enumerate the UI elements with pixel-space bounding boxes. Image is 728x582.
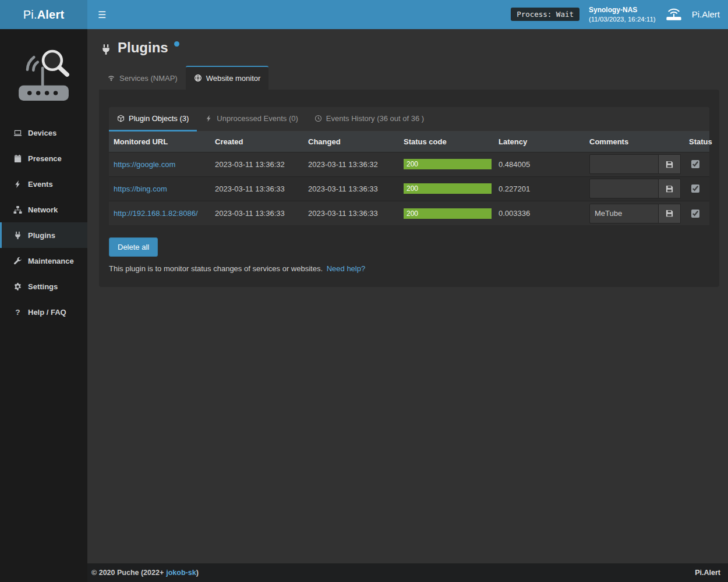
tab-label: Plugin Objects (3) [129,114,189,123]
sidebar-item-events[interactable]: Events [0,171,87,197]
topbar-app-name: Pi.Alert [692,9,720,19]
created-cell: 2023-03-11 13:36:32 [210,152,303,176]
page-title-text: Plugins [118,40,168,56]
changed-cell: 2023-03-11 13:36:33 [303,201,399,225]
plugin-tabs: Services (NMAP) Website monitor [99,66,719,90]
tab-services-nmap[interactable]: Services (NMAP) [99,66,186,90]
col-status-code: Status code [399,132,494,152]
sidebar-item-label: Settings [28,282,58,291]
router-icon [665,8,683,21]
monitored-url-link[interactable]: https://bing.com [114,184,167,193]
question-icon [13,308,22,317]
sidebar-item-settings[interactable]: Settings [0,274,87,299]
sidebar-item-network[interactable]: Network [0,197,87,222]
footer: © 2020 Puche (2022+jokob-sk) Pi.Alert [87,563,728,582]
footer-copyright: © 2020 Puche (2022+jokob-sk) [91,569,199,577]
sidebar-item-label: Maintenance [28,257,74,265]
tab-label: Services (NMAP) [119,74,178,83]
status-checkbox[interactable] [691,210,699,218]
latency-cell: 0.484005 [494,152,585,176]
topbar-right: Process: Wait Synology-NAS (11/03/2023, … [511,5,720,24]
cube-icon [117,115,125,122]
sidebar-item-presence[interactable]: Presence [0,146,87,171]
delete-all-button[interactable]: Delete all [109,237,158,257]
monitored-url-link[interactable]: https://google.com [114,160,175,169]
clock-icon [314,115,322,122]
tab-label: Website monitor [206,74,261,83]
col-monitored-url: Monitored URL [109,132,210,152]
floppy-icon [665,209,674,218]
sidebar: Devices Presence Events Network Plugins … [0,29,87,582]
comment-input[interactable] [589,154,659,174]
sidebar-item-devices[interactable]: Devices [0,120,87,146]
bolt-icon [13,180,22,189]
topbar-main: ☰ Process: Wait Synology-NAS (11/03/2023… [87,0,728,29]
latency-cell: 0.227201 [494,176,585,201]
sidebar-item-help-faq[interactable]: Help / FAQ [0,299,87,325]
created-cell: 2023-03-11 13:36:33 [210,176,303,201]
website-monitor-panel: Plugin Objects (3) Unprocessed Events (0… [99,90,719,288]
app-logo[interactable]: Pi.Alert [0,0,87,29]
comment-input[interactable] [589,204,659,223]
app-logo-prefix: Pi. [23,8,37,22]
gear-icon [13,282,22,291]
topbar: Pi.Alert ☰ Process: Wait Synology-NAS (1… [0,0,728,29]
sidebar-toggle-icon[interactable]: ☰ [92,6,112,24]
page-title: Plugins [100,40,719,56]
app-logo-bold: Alert [37,8,65,22]
need-help-link[interactable]: Need help? [327,264,366,273]
comment-group [589,154,681,174]
plugin-description-text: This plugin is to monitor status changes… [109,264,323,273]
save-comment-button[interactable] [659,154,681,174]
floppy-icon [665,160,674,169]
calendar-icon [13,154,22,163]
copyright-text: © 2020 Puche (2022+ [91,569,164,577]
bolt-icon [205,115,213,122]
footer-app-name: Pi.Alert [695,569,720,577]
plug-icon [100,44,112,55]
sidebar-item-label: Network [28,205,58,214]
sidebar-item-label: Plugins [28,231,55,240]
save-comment-button[interactable] [659,204,681,223]
jokob-sk-link[interactable]: jokob-sk [166,569,196,577]
title-help-icon[interactable] [174,41,179,47]
col-comments: Comments [585,132,681,152]
changed-cell: 2023-03-11 13:36:32 [303,152,399,176]
col-created: Created [210,132,303,152]
save-comment-button[interactable] [659,179,681,198]
laptop-icon [13,129,22,137]
pialert-logo-icon [0,29,87,120]
tab-label: Events History (36 out of 36 ) [326,114,424,123]
latency-cell: 0.003336 [494,201,585,225]
host-name: Synology-NAS [589,5,656,15]
sidebar-item-label: Events [28,180,53,189]
sidebar-item-plugins[interactable]: Plugins [0,222,87,248]
floppy-icon [665,184,674,193]
tab-events-history[interactable]: Events History (36 out of 36 ) [306,107,432,132]
changed-cell: 2023-03-11 13:36:33 [303,176,399,201]
panel-tabs: Plugin Objects (3) Unprocessed Events (0… [109,107,709,132]
plugin-description: This plugin is to monitor status changes… [109,264,709,273]
sidebar-nav: Devices Presence Events Network Plugins … [0,120,87,325]
sidebar-item-label: Devices [28,129,56,137]
status-checkbox[interactable] [691,160,699,168]
col-status: Status [681,132,709,152]
tab-unprocessed-events[interactable]: Unprocessed Events (0) [197,107,306,132]
monitored-url-link[interactable]: http://192.168.1.82:8086/ [114,209,198,218]
tab-plugin-objects[interactable]: Plugin Objects (3) [109,107,197,132]
created-cell: 2023-03-11 13:36:33 [210,201,303,225]
process-status-badge: Process: Wait [511,8,579,21]
host-info: Synology-NAS (11/03/2023, 16:24:11) [589,5,656,24]
sidebar-item-maintenance[interactable]: Maintenance [0,248,87,274]
main-content: Plugins Services (NMAP) Website monitor … [87,29,728,563]
table-row: http://192.168.1.82:8086/ 2023-03-11 13:… [109,201,709,225]
tab-website-monitor[interactable]: Website monitor [186,66,269,90]
comment-input[interactable] [589,179,659,198]
plug-icon [13,231,22,240]
wifi-icon [107,74,115,82]
host-timestamp: (11/03/2023, 16:24:11) [589,15,656,24]
sidebar-item-label: Presence [28,154,62,163]
status-checkbox[interactable] [691,184,699,193]
copyright-suffix: ) [196,569,199,577]
globe-icon [194,74,202,82]
